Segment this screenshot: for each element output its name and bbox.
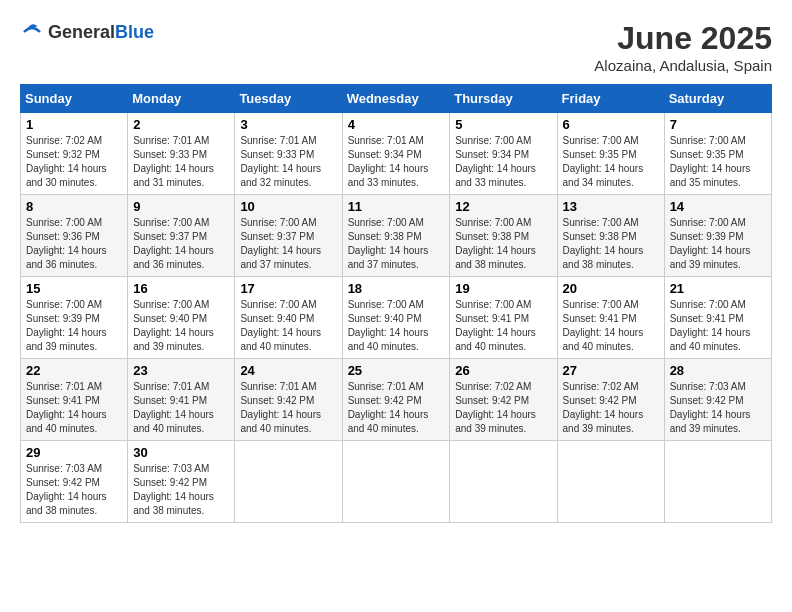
header-saturday: Saturday <box>664 85 771 113</box>
calendar: Sunday Monday Tuesday Wednesday Thursday… <box>20 84 772 523</box>
calendar-day-null <box>342 441 450 523</box>
day-number: 13 <box>563 199 659 214</box>
logo-text: GeneralBlue <box>48 22 154 43</box>
calendar-day-1: 1 Sunrise: 7:02 AM Sunset: 9:32 PM Dayli… <box>21 113 128 195</box>
day-info: Sunrise: 7:00 AM Sunset: 9:39 PM Dayligh… <box>670 216 766 272</box>
header-tuesday: Tuesday <box>235 85 342 113</box>
calendar-week-4: 22 Sunrise: 7:01 AM Sunset: 9:41 PM Dayl… <box>21 359 772 441</box>
calendar-day-9: 9 Sunrise: 7:00 AM Sunset: 9:37 PM Dayli… <box>128 195 235 277</box>
header-sunday: Sunday <box>21 85 128 113</box>
day-info: Sunrise: 7:01 AM Sunset: 9:42 PM Dayligh… <box>348 380 445 436</box>
calendar-day-3: 3 Sunrise: 7:01 AM Sunset: 9:33 PM Dayli… <box>235 113 342 195</box>
calendar-day-23: 23 Sunrise: 7:01 AM Sunset: 9:41 PM Dayl… <box>128 359 235 441</box>
calendar-day-2: 2 Sunrise: 7:01 AM Sunset: 9:33 PM Dayli… <box>128 113 235 195</box>
logo-general: General <box>48 22 115 42</box>
day-number: 16 <box>133 281 229 296</box>
calendar-day-15: 15 Sunrise: 7:00 AM Sunset: 9:39 PM Dayl… <box>21 277 128 359</box>
calendar-day-11: 11 Sunrise: 7:00 AM Sunset: 9:38 PM Dayl… <box>342 195 450 277</box>
day-info: Sunrise: 7:01 AM Sunset: 9:41 PM Dayligh… <box>133 380 229 436</box>
calendar-day-24: 24 Sunrise: 7:01 AM Sunset: 9:42 PM Dayl… <box>235 359 342 441</box>
logo-blue: Blue <box>115 22 154 42</box>
day-number: 27 <box>563 363 659 378</box>
day-number: 5 <box>455 117 551 132</box>
day-info: Sunrise: 7:01 AM Sunset: 9:34 PM Dayligh… <box>348 134 445 190</box>
calendar-week-5: 29 Sunrise: 7:03 AM Sunset: 9:42 PM Dayl… <box>21 441 772 523</box>
calendar-day-27: 27 Sunrise: 7:02 AM Sunset: 9:42 PM Dayl… <box>557 359 664 441</box>
title-area: June 2025 Alozaina, Andalusia, Spain <box>594 20 772 74</box>
calendar-day-19: 19 Sunrise: 7:00 AM Sunset: 9:41 PM Dayl… <box>450 277 557 359</box>
day-number: 15 <box>26 281 122 296</box>
day-number: 24 <box>240 363 336 378</box>
day-number: 4 <box>348 117 445 132</box>
calendar-day-4: 4 Sunrise: 7:01 AM Sunset: 9:34 PM Dayli… <box>342 113 450 195</box>
calendar-day-22: 22 Sunrise: 7:01 AM Sunset: 9:41 PM Dayl… <box>21 359 128 441</box>
calendar-day-20: 20 Sunrise: 7:00 AM Sunset: 9:41 PM Dayl… <box>557 277 664 359</box>
day-number: 14 <box>670 199 766 214</box>
calendar-day-6: 6 Sunrise: 7:00 AM Sunset: 9:35 PM Dayli… <box>557 113 664 195</box>
calendar-day-null <box>557 441 664 523</box>
day-number: 26 <box>455 363 551 378</box>
location-title: Alozaina, Andalusia, Spain <box>594 57 772 74</box>
calendar-day-8: 8 Sunrise: 7:00 AM Sunset: 9:36 PM Dayli… <box>21 195 128 277</box>
calendar-day-16: 16 Sunrise: 7:00 AM Sunset: 9:40 PM Dayl… <box>128 277 235 359</box>
day-number: 22 <box>26 363 122 378</box>
day-info: Sunrise: 7:00 AM Sunset: 9:41 PM Dayligh… <box>455 298 551 354</box>
day-number: 12 <box>455 199 551 214</box>
calendar-day-14: 14 Sunrise: 7:00 AM Sunset: 9:39 PM Dayl… <box>664 195 771 277</box>
calendar-day-null <box>450 441 557 523</box>
day-number: 30 <box>133 445 229 460</box>
day-info: Sunrise: 7:00 AM Sunset: 9:37 PM Dayligh… <box>240 216 336 272</box>
calendar-day-10: 10 Sunrise: 7:00 AM Sunset: 9:37 PM Dayl… <box>235 195 342 277</box>
calendar-day-21: 21 Sunrise: 7:00 AM Sunset: 9:41 PM Dayl… <box>664 277 771 359</box>
day-info: Sunrise: 7:00 AM Sunset: 9:38 PM Dayligh… <box>348 216 445 272</box>
header-monday: Monday <box>128 85 235 113</box>
logo: GeneralBlue <box>20 20 154 44</box>
day-info: Sunrise: 7:00 AM Sunset: 9:37 PM Dayligh… <box>133 216 229 272</box>
calendar-day-null <box>664 441 771 523</box>
day-number: 20 <box>563 281 659 296</box>
day-info: Sunrise: 7:03 AM Sunset: 9:42 PM Dayligh… <box>133 462 229 518</box>
calendar-day-26: 26 Sunrise: 7:02 AM Sunset: 9:42 PM Dayl… <box>450 359 557 441</box>
day-number: 18 <box>348 281 445 296</box>
day-number: 21 <box>670 281 766 296</box>
day-info: Sunrise: 7:00 AM Sunset: 9:35 PM Dayligh… <box>670 134 766 190</box>
day-info: Sunrise: 7:02 AM Sunset: 9:42 PM Dayligh… <box>563 380 659 436</box>
day-info: Sunrise: 7:00 AM Sunset: 9:38 PM Dayligh… <box>455 216 551 272</box>
day-info: Sunrise: 7:01 AM Sunset: 9:42 PM Dayligh… <box>240 380 336 436</box>
day-number: 23 <box>133 363 229 378</box>
day-info: Sunrise: 7:00 AM Sunset: 9:40 PM Dayligh… <box>348 298 445 354</box>
calendar-week-3: 15 Sunrise: 7:00 AM Sunset: 9:39 PM Dayl… <box>21 277 772 359</box>
calendar-day-7: 7 Sunrise: 7:00 AM Sunset: 9:35 PM Dayli… <box>664 113 771 195</box>
calendar-header-row: Sunday Monday Tuesday Wednesday Thursday… <box>21 85 772 113</box>
day-info: Sunrise: 7:00 AM Sunset: 9:34 PM Dayligh… <box>455 134 551 190</box>
calendar-day-29: 29 Sunrise: 7:03 AM Sunset: 9:42 PM Dayl… <box>21 441 128 523</box>
day-info: Sunrise: 7:01 AM Sunset: 9:41 PM Dayligh… <box>26 380 122 436</box>
day-info: Sunrise: 7:01 AM Sunset: 9:33 PM Dayligh… <box>133 134 229 190</box>
day-info: Sunrise: 7:00 AM Sunset: 9:39 PM Dayligh… <box>26 298 122 354</box>
header-thursday: Thursday <box>450 85 557 113</box>
day-number: 28 <box>670 363 766 378</box>
day-number: 8 <box>26 199 122 214</box>
day-info: Sunrise: 7:03 AM Sunset: 9:42 PM Dayligh… <box>26 462 122 518</box>
day-number: 29 <box>26 445 122 460</box>
header: GeneralBlue June 2025 Alozaina, Andalusi… <box>20 20 772 74</box>
calendar-day-5: 5 Sunrise: 7:00 AM Sunset: 9:34 PM Dayli… <box>450 113 557 195</box>
logo-icon <box>20 20 44 44</box>
day-info: Sunrise: 7:00 AM Sunset: 9:40 PM Dayligh… <box>133 298 229 354</box>
day-info: Sunrise: 7:00 AM Sunset: 9:41 PM Dayligh… <box>563 298 659 354</box>
day-number: 3 <box>240 117 336 132</box>
day-info: Sunrise: 7:00 AM Sunset: 9:41 PM Dayligh… <box>670 298 766 354</box>
calendar-day-17: 17 Sunrise: 7:00 AM Sunset: 9:40 PM Dayl… <box>235 277 342 359</box>
day-number: 25 <box>348 363 445 378</box>
calendar-day-30: 30 Sunrise: 7:03 AM Sunset: 9:42 PM Dayl… <box>128 441 235 523</box>
day-info: Sunrise: 7:02 AM Sunset: 9:42 PM Dayligh… <box>455 380 551 436</box>
calendar-day-18: 18 Sunrise: 7:00 AM Sunset: 9:40 PM Dayl… <box>342 277 450 359</box>
day-number: 7 <box>670 117 766 132</box>
calendar-day-12: 12 Sunrise: 7:00 AM Sunset: 9:38 PM Dayl… <box>450 195 557 277</box>
month-title: June 2025 <box>594 20 772 57</box>
day-info: Sunrise: 7:00 AM Sunset: 9:35 PM Dayligh… <box>563 134 659 190</box>
day-info: Sunrise: 7:02 AM Sunset: 9:32 PM Dayligh… <box>26 134 122 190</box>
day-number: 2 <box>133 117 229 132</box>
day-number: 19 <box>455 281 551 296</box>
calendar-week-2: 8 Sunrise: 7:00 AM Sunset: 9:36 PM Dayli… <box>21 195 772 277</box>
